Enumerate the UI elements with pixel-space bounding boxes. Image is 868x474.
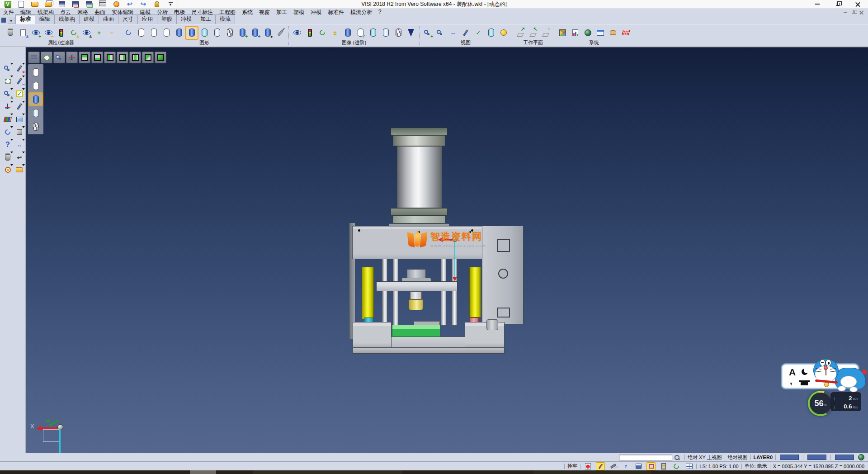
model-guide-rod[interactable] <box>441 259 446 326</box>
system-snap-icon[interactable] <box>607 27 619 39</box>
attribute-trash-icon[interactable] <box>5 27 16 39</box>
view-mode-label[interactable]: 绝对 XY 上视图 <box>688 454 722 461</box>
transparent-view-icon[interactable] <box>198 27 210 39</box>
hatch-view-icon[interactable] <box>224 27 236 39</box>
workplane-up-icon[interactable] <box>540 27 552 39</box>
adv-light-cylinder-icon[interactable] <box>380 27 392 39</box>
delete-trash-icon[interactable] <box>2 151 14 163</box>
system-colors-icon[interactable] <box>557 27 568 39</box>
attribute-doc-icon[interactable] <box>17 27 29 39</box>
quickbar-options-icon[interactable] <box>165 0 176 10</box>
layer-badge[interactable]: LAYER0 <box>754 455 773 460</box>
adv-shaded-icon[interactable] <box>342 27 354 39</box>
help-status-icon[interactable] <box>621 462 630 470</box>
shaded-view-icon[interactable] <box>173 27 185 39</box>
shading-export-icon[interactable] <box>262 27 274 39</box>
adv-plusminus-icon[interactable] <box>329 27 341 39</box>
model-punch-tip[interactable] <box>409 299 423 310</box>
record-icon[interactable] <box>583 462 592 470</box>
ghost-view-icon[interactable] <box>211 27 223 39</box>
color-swatch[interactable] <box>807 455 826 460</box>
open-file-icon[interactable] <box>29 0 41 10</box>
model-cylinder-neck[interactable] <box>393 135 445 146</box>
model-cylinder-flange[interactable] <box>391 208 448 216</box>
model-side-slot-bottom[interactable] <box>497 308 510 318</box>
import-file-icon[interactable] <box>42 0 54 10</box>
layers-icon[interactable] <box>659 462 668 470</box>
mdi-minimize-icon[interactable] <box>844 12 847 13</box>
rotate-view-icon[interactable] <box>2 126 14 138</box>
search-icon[interactable] <box>674 455 680 460</box>
lock-toggle[interactable]: 拴牢 <box>567 463 577 469</box>
solid-cube-icon[interactable] <box>14 126 25 138</box>
model-guide-rod[interactable] <box>393 259 398 326</box>
model-yellow-column-right[interactable] <box>469 267 481 318</box>
3d-viewport[interactable]: 智造资料网 WWW.ZHIZAOZILIAO.COM X A , <box>26 47 868 453</box>
view-back-icon[interactable] <box>142 52 154 63</box>
menu-item[interactable]: 系统 <box>239 9 256 16</box>
auto-rotate-icon[interactable] <box>672 462 681 470</box>
toolbar-tab[interactable]: 建模 <box>79 14 99 24</box>
menu-item[interactable]: 标准件 <box>325 9 347 16</box>
view-iso-icon[interactable] <box>155 52 166 63</box>
menu-item[interactable]: 视窗 <box>256 9 273 16</box>
search-input[interactable] <box>619 455 672 460</box>
sketch-view-icon[interactable] <box>460 27 472 39</box>
toolbar-tab[interactable]: 线架构 <box>54 14 80 24</box>
model-green-die-plate[interactable] <box>392 325 440 337</box>
fit-view-icon[interactable] <box>41 52 52 63</box>
menu-item[interactable]: ? <box>375 9 385 16</box>
open-part-icon[interactable] <box>14 164 25 176</box>
model-base-block-left[interactable] <box>353 322 392 348</box>
ime-punctuation[interactable]: , <box>790 376 793 386</box>
adv-hatch-cylinder-icon[interactable] <box>392 27 404 39</box>
layers-palette-icon[interactable] <box>2 113 14 125</box>
workplane-nw-icon[interactable] <box>527 27 539 39</box>
system-settings-icon[interactable] <box>582 27 594 39</box>
menu-item[interactable]: 加工 <box>273 9 290 16</box>
edit-curve-icon[interactable] <box>14 100 25 113</box>
toggle-visibility-icon[interactable] <box>80 27 92 39</box>
view-left-icon[interactable] <box>104 52 116 63</box>
color-swatch[interactable] <box>780 455 799 460</box>
axes-view-icon[interactable] <box>66 52 78 63</box>
model-yellow-column-left[interactable] <box>362 267 374 319</box>
toolbar-tab[interactable]: 塑膜 <box>157 14 177 24</box>
hide-all-icon[interactable] <box>106 27 118 39</box>
model-cylinder-barrel[interactable] <box>397 146 442 208</box>
absolute-view-label[interactable]: 绝对视图 <box>728 454 748 461</box>
workplane-active-icon[interactable] <box>646 462 656 470</box>
toolbar-tab[interactable]: 标准 <box>15 14 35 24</box>
view-settings-icon[interactable] <box>274 27 286 39</box>
minimize-button[interactable] <box>807 0 827 8</box>
system-calculator-icon[interactable] <box>620 27 632 39</box>
model-side-cylinder[interactable] <box>486 319 498 330</box>
workplane-ne-icon[interactable] <box>514 27 526 39</box>
menu-item[interactable]: 模流分析 <box>347 9 375 16</box>
toolbar-tab[interactable]: 应用 <box>137 14 157 24</box>
system-profile-icon[interactable] <box>569 27 581 39</box>
render-hidden-icon[interactable] <box>29 80 42 92</box>
compress-icon[interactable] <box>151 0 163 10</box>
view-check-icon[interactable] <box>472 27 484 39</box>
toolbar-tab[interactable]: 曲面 <box>99 14 118 24</box>
fit-window-icon[interactable] <box>2 75 14 87</box>
edit-active-icon[interactable] <box>596 462 605 470</box>
view-front-icon[interactable] <box>129 52 141 63</box>
render-shaded-icon[interactable] <box>29 93 42 105</box>
save-as-icon[interactable] <box>70 0 81 10</box>
model-side-slot-top[interactable] <box>497 239 510 252</box>
redo-icon[interactable] <box>137 0 149 10</box>
render-options-icon[interactable] <box>498 27 509 39</box>
dashed-hidden-view-icon[interactable] <box>160 27 172 39</box>
mdi-close-icon[interactable] <box>859 10 863 14</box>
help-icon[interactable] <box>2 138 14 151</box>
adv-check-cylinder-icon[interactable] <box>354 27 366 39</box>
grid-window-icon[interactable] <box>684 462 693 470</box>
hide-entities-icon[interactable] <box>42 27 54 39</box>
mdi-restore-icon[interactable] <box>852 11 855 14</box>
shading-copy-icon[interactable] <box>249 27 261 39</box>
measure-view-icon[interactable] <box>447 27 459 39</box>
zoom-plus-icon[interactable] <box>422 27 434 39</box>
tabbar-dropdown-button[interactable]: ▾ <box>8 18 14 24</box>
